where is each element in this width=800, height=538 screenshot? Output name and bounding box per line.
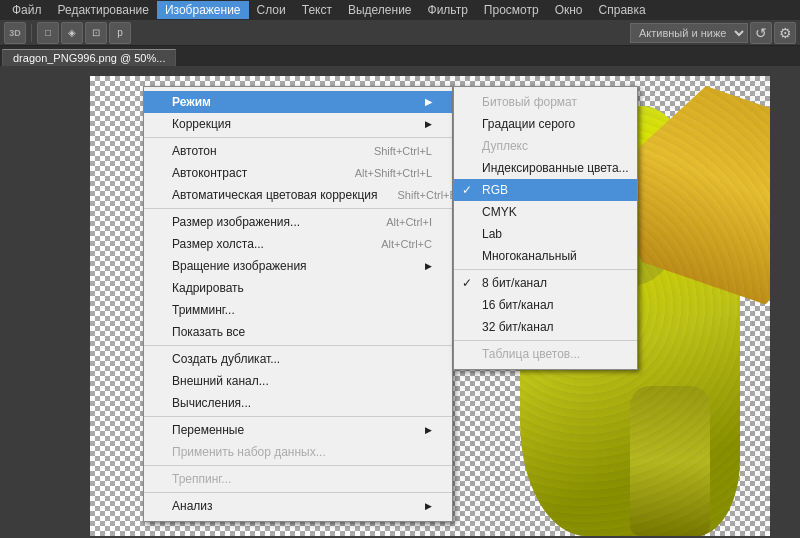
menubar-item-window[interactable]: Окно (547, 1, 591, 19)
menu-item-applimage[interactable]: Внешний канал... (144, 370, 452, 392)
menu-item-imagesize[interactable]: Размер изображения... Alt+Ctrl+I (144, 211, 452, 233)
menu-sep-4 (144, 416, 452, 417)
menu-item-duplicate[interactable]: Создать дубликат... (144, 348, 452, 370)
mode-submenu: Битовый формат Градации серого Дуплекс И… (453, 86, 638, 370)
menu-item-correction[interactable]: Коррекция (144, 113, 452, 135)
main-area: Режим Коррекция Автотон Shift+Ctrl+L Авт… (0, 66, 800, 538)
menu-item-16bit[interactable]: 16 бит/канал (454, 294, 637, 316)
menu-item-32bit[interactable]: 32 бит/канал (454, 316, 637, 338)
menubar-item-layers[interactable]: Слои (249, 1, 294, 19)
menu-item-analysis[interactable]: Анализ (144, 495, 452, 517)
menu-item-trap[interactable]: Треппинг... (144, 468, 452, 490)
menubar-item-select[interactable]: Выделение (340, 1, 420, 19)
mode-sep-1 (454, 269, 637, 270)
menu-item-crop[interactable]: Кадрировать (144, 277, 452, 299)
toolbar: 3D □ ◈ ⊡ p Активный и ниже ↺ ⚙ (0, 20, 800, 46)
layer-select[interactable]: Активный и ниже (630, 23, 748, 43)
mode-sep-2 (454, 340, 637, 341)
menu-item-colortable[interactable]: Таблица цветов... (454, 343, 637, 365)
image-dropdown-menu: Режим Коррекция Автотон Shift+Ctrl+L Авт… (143, 86, 453, 522)
menubar-item-help[interactable]: Справка (591, 1, 654, 19)
menu-sep-6 (144, 492, 452, 493)
menu-item-bitmap[interactable]: Битовый формат (454, 91, 637, 113)
menu-sep-1 (144, 137, 452, 138)
toolbar-btn-1[interactable]: □ (37, 22, 59, 44)
toolbar-settings-button[interactable]: ⚙ (774, 22, 796, 44)
toolbar-btn-3[interactable]: ⊡ (85, 22, 107, 44)
menu-item-autocontrast[interactable]: Автоконтраст Alt+Shift+Ctrl+L (144, 162, 452, 184)
menu-sep-5 (144, 465, 452, 466)
menu-item-grayscale[interactable]: Градации серого (454, 113, 637, 135)
menu-item-indexed[interactable]: Индексированные цвета... (454, 157, 637, 179)
menu-item-multichannel[interactable]: Многоканальный (454, 245, 637, 267)
toolbar-refresh-button[interactable]: ↺ (750, 22, 772, 44)
menubar: Файл Редактирование Изображение Слои Тек… (0, 0, 800, 20)
menu-sep-2 (144, 208, 452, 209)
autotone-shortcut: Shift+Ctrl+L (374, 145, 432, 157)
toolbar-btn-2[interactable]: ◈ (61, 22, 83, 44)
menu-item-calculations[interactable]: Вычисления... (144, 392, 452, 414)
menubar-item-image[interactable]: Изображение (157, 1, 249, 19)
menubar-item-filter[interactable]: Фильтр (420, 1, 476, 19)
tabbar: dragon_PNG996.png @ 50%... (0, 46, 800, 66)
menu-sep-3 (144, 345, 452, 346)
imagesize-shortcut: Alt+Ctrl+I (386, 216, 432, 228)
menu-item-canvassize[interactable]: Размер холста... Alt+Ctrl+C (144, 233, 452, 255)
autocontrast-shortcut: Alt+Shift+Ctrl+L (355, 167, 432, 179)
toolbar-btn-4[interactable]: p (109, 22, 131, 44)
menu-item-mode[interactable]: Режим (144, 91, 452, 113)
menubar-item-edit[interactable]: Редактирование (50, 1, 157, 19)
toolbar-separator-1 (31, 24, 32, 42)
menubar-item-view[interactable]: Просмотр (476, 1, 547, 19)
canvassize-shortcut: Alt+Ctrl+C (381, 238, 432, 250)
menu-item-autocolor[interactable]: Автоматическая цветовая коррекция Shift+… (144, 184, 452, 206)
menu-item-trim[interactable]: Тримминг... (144, 299, 452, 321)
menu-item-rgb[interactable]: RGB (454, 179, 637, 201)
menu-item-applydata[interactable]: Применить набор данных... (144, 441, 452, 463)
menu-item-variables[interactable]: Переменные (144, 419, 452, 441)
tab-dragon[interactable]: dragon_PNG996.png @ 50%... (2, 49, 176, 66)
menubar-item-file[interactable]: Файл (4, 1, 50, 19)
menu-item-cmyk[interactable]: CMYK (454, 201, 637, 223)
menubar-item-text[interactable]: Текст (294, 1, 340, 19)
toolbar-3d-button[interactable]: 3D (4, 22, 26, 44)
menu-item-revealall[interactable]: Показать все (144, 321, 452, 343)
menu-item-rotate[interactable]: Вращение изображения (144, 255, 452, 277)
menu-item-lab[interactable]: Lab (454, 223, 637, 245)
autocolor-shortcut: Shift+Ctrl+B (398, 189, 457, 201)
menu-item-autotone[interactable]: Автотон Shift+Ctrl+L (144, 140, 452, 162)
menu-item-8bit[interactable]: 8 бит/канал (454, 272, 637, 294)
menu-item-duotone[interactable]: Дуплекс (454, 135, 637, 157)
